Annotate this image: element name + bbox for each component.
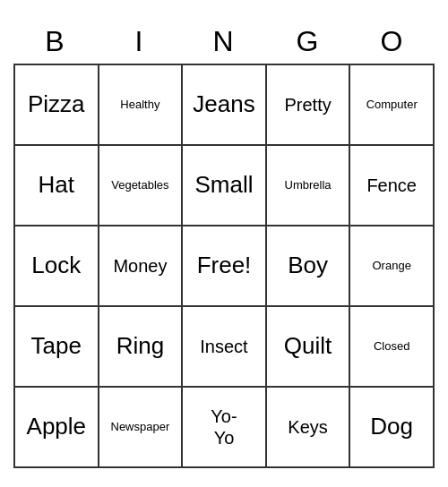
bingo-cell: Dog [350, 388, 435, 468]
bingo-cell: Closed [350, 307, 435, 388]
bingo-cell: Pretty [267, 65, 351, 146]
header-letter: I [98, 20, 182, 64]
cell-label: Money [113, 255, 167, 277]
cell-label: Yo- Yo [211, 406, 237, 449]
cell-label: Free! [197, 252, 252, 279]
cell-label: Jeans [193, 90, 254, 118]
bingo-cell: Hat [15, 146, 99, 226]
bingo-cell: Lock [15, 226, 99, 307]
bingo-cell: Money [99, 226, 184, 307]
header-letter: B [13, 20, 98, 64]
cell-label: Umbrella [285, 178, 332, 192]
bingo-cell: Keys [267, 388, 351, 468]
bingo-cell: Tape [15, 307, 99, 388]
bingo-cell: Jeans [183, 65, 267, 146]
bingo-cell: Small [183, 146, 267, 226]
bingo-cell: Healthy [99, 65, 184, 146]
cell-label: Keys [288, 416, 327, 438]
bingo-header: BINGO [13, 20, 435, 64]
header-letter: G [266, 20, 350, 64]
bingo-cell: Ring [99, 307, 184, 388]
cell-label: Healthy [120, 98, 159, 112]
cell-label: Small [194, 171, 253, 199]
cell-label: Closed [374, 339, 409, 354]
bingo-cell: Boy [267, 226, 351, 307]
cell-label: Dog [370, 413, 413, 440]
bingo-cell: Quilt [267, 307, 351, 388]
cell-label: Ring [116, 332, 164, 360]
bingo-cell: Newspaper [99, 388, 184, 468]
bingo-grid-wrapper: PizzaHealthyJeansPrettyComputerHatVegeta… [13, 64, 435, 468]
bingo-cell: Vegetables [99, 146, 184, 226]
bingo-cell: Yo- Yo [183, 388, 267, 468]
cell-label: Orange [373, 259, 411, 273]
bingo-cell: Computer [350, 65, 435, 146]
cell-label: Apple [27, 413, 87, 440]
bingo-grid: PizzaHealthyJeansPrettyComputerHatVegeta… [13, 64, 435, 468]
bingo-cell: Pizza [15, 65, 99, 146]
bingo-cell: Apple [15, 388, 99, 468]
cell-label: Tape [31, 332, 82, 360]
header-letter: O [350, 20, 435, 64]
header-letter: N [182, 20, 266, 64]
bingo-cell: Umbrella [267, 146, 351, 226]
cell-label: Computer [366, 98, 418, 112]
cell-label: Pretty [284, 94, 331, 115]
bingo-cell: Insect [183, 307, 267, 388]
cell-label: Hat [39, 171, 74, 199]
cell-label: Boy [288, 252, 328, 279]
cell-label: Pizza [28, 90, 85, 118]
cell-label: Vegetables [111, 178, 168, 192]
cell-label: Quilt [284, 332, 332, 360]
bingo-cell: Fence [350, 146, 435, 226]
cell-label: Insect [200, 336, 247, 357]
bingo-cell: Orange [350, 226, 435, 307]
bingo-cell: Free! [183, 226, 267, 307]
cell-label: Fence [366, 175, 417, 196]
cell-label: Lock [31, 252, 81, 279]
cell-label: Newspaper [111, 420, 170, 434]
